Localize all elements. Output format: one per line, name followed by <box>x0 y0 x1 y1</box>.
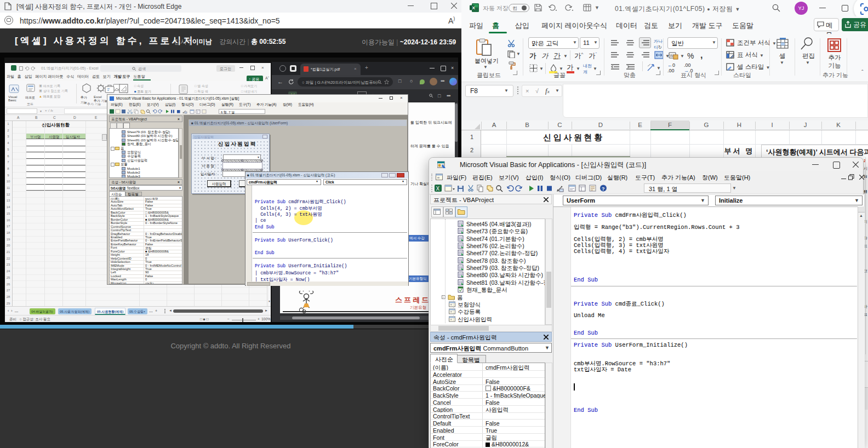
svg-text:X: X <box>472 5 476 10</box>
svg-text:?: ? <box>602 186 605 192</box>
svg-text:W: W <box>670 54 674 58</box>
svg-text:X: X <box>436 186 440 192</box>
